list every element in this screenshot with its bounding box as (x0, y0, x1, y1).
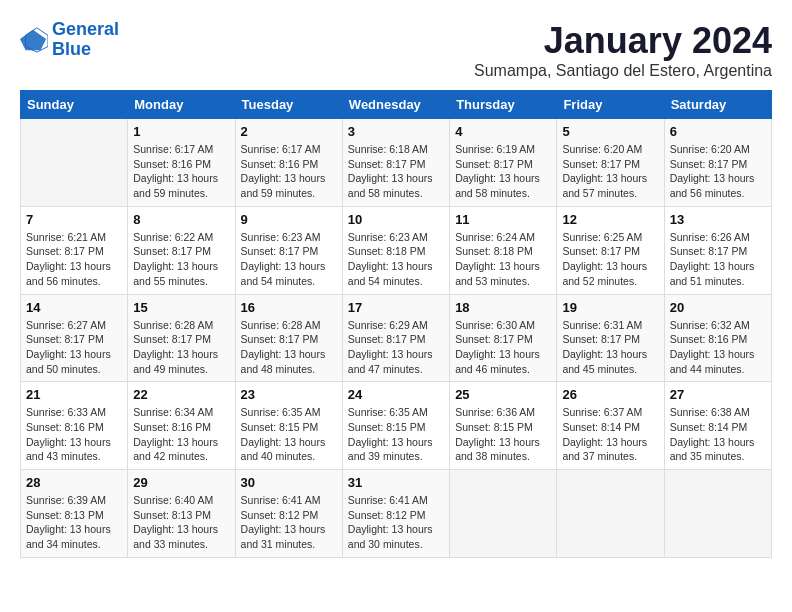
calendar-week-row: 7Sunrise: 6:21 AMSunset: 8:17 PMDaylight… (21, 206, 772, 294)
day-info: Sunrise: 6:17 AMSunset: 8:16 PMDaylight:… (133, 142, 229, 201)
calendar-cell: 22Sunrise: 6:34 AMSunset: 8:16 PMDayligh… (128, 382, 235, 470)
weekday-header: Thursday (450, 91, 557, 119)
day-number: 22 (133, 387, 229, 402)
calendar-table: SundayMondayTuesdayWednesdayThursdayFrid… (20, 90, 772, 558)
weekday-header: Tuesday (235, 91, 342, 119)
day-info: Sunrise: 6:28 AMSunset: 8:17 PMDaylight:… (241, 318, 337, 377)
svg-marker-0 (20, 30, 46, 51)
calendar-cell: 6Sunrise: 6:20 AMSunset: 8:17 PMDaylight… (664, 119, 771, 207)
calendar-cell (450, 470, 557, 558)
logo-line2: Blue (52, 39, 91, 59)
day-number: 10 (348, 212, 444, 227)
calendar-cell: 10Sunrise: 6:23 AMSunset: 8:18 PMDayligh… (342, 206, 449, 294)
calendar-week-row: 21Sunrise: 6:33 AMSunset: 8:16 PMDayligh… (21, 382, 772, 470)
day-info: Sunrise: 6:28 AMSunset: 8:17 PMDaylight:… (133, 318, 229, 377)
day-info: Sunrise: 6:41 AMSunset: 8:12 PMDaylight:… (241, 493, 337, 552)
day-number: 20 (670, 300, 766, 315)
day-info: Sunrise: 6:35 AMSunset: 8:15 PMDaylight:… (348, 405, 444, 464)
calendar-cell: 31Sunrise: 6:41 AMSunset: 8:12 PMDayligh… (342, 470, 449, 558)
day-number: 11 (455, 212, 551, 227)
day-info: Sunrise: 6:37 AMSunset: 8:14 PMDaylight:… (562, 405, 658, 464)
calendar-cell: 26Sunrise: 6:37 AMSunset: 8:14 PMDayligh… (557, 382, 664, 470)
title-area: January 2024 Sumampa, Santiago del Ester… (474, 20, 772, 80)
day-number: 1 (133, 124, 229, 139)
day-number: 23 (241, 387, 337, 402)
day-number: 19 (562, 300, 658, 315)
calendar-cell: 23Sunrise: 6:35 AMSunset: 8:15 PMDayligh… (235, 382, 342, 470)
calendar-cell: 4Sunrise: 6:19 AMSunset: 8:17 PMDaylight… (450, 119, 557, 207)
day-info: Sunrise: 6:17 AMSunset: 8:16 PMDaylight:… (241, 142, 337, 201)
day-number: 18 (455, 300, 551, 315)
calendar-week-row: 1Sunrise: 6:17 AMSunset: 8:16 PMDaylight… (21, 119, 772, 207)
calendar-cell (557, 470, 664, 558)
weekday-header-row: SundayMondayTuesdayWednesdayThursdayFrid… (21, 91, 772, 119)
day-number: 31 (348, 475, 444, 490)
day-number: 29 (133, 475, 229, 490)
day-number: 4 (455, 124, 551, 139)
day-number: 9 (241, 212, 337, 227)
calendar-cell (21, 119, 128, 207)
calendar-cell: 17Sunrise: 6:29 AMSunset: 8:17 PMDayligh… (342, 294, 449, 382)
day-info: Sunrise: 6:29 AMSunset: 8:17 PMDaylight:… (348, 318, 444, 377)
logo-icon (20, 26, 48, 54)
day-info: Sunrise: 6:24 AMSunset: 8:18 PMDaylight:… (455, 230, 551, 289)
day-number: 15 (133, 300, 229, 315)
calendar-cell: 30Sunrise: 6:41 AMSunset: 8:12 PMDayligh… (235, 470, 342, 558)
day-info: Sunrise: 6:36 AMSunset: 8:15 PMDaylight:… (455, 405, 551, 464)
calendar-cell: 27Sunrise: 6:38 AMSunset: 8:14 PMDayligh… (664, 382, 771, 470)
calendar-week-row: 14Sunrise: 6:27 AMSunset: 8:17 PMDayligh… (21, 294, 772, 382)
calendar-cell: 18Sunrise: 6:30 AMSunset: 8:17 PMDayligh… (450, 294, 557, 382)
calendar-cell: 29Sunrise: 6:40 AMSunset: 8:13 PMDayligh… (128, 470, 235, 558)
weekday-header: Sunday (21, 91, 128, 119)
weekday-header: Saturday (664, 91, 771, 119)
day-info: Sunrise: 6:23 AMSunset: 8:18 PMDaylight:… (348, 230, 444, 289)
day-info: Sunrise: 6:34 AMSunset: 8:16 PMDaylight:… (133, 405, 229, 464)
calendar-cell: 8Sunrise: 6:22 AMSunset: 8:17 PMDaylight… (128, 206, 235, 294)
calendar-cell: 14Sunrise: 6:27 AMSunset: 8:17 PMDayligh… (21, 294, 128, 382)
calendar-cell: 3Sunrise: 6:18 AMSunset: 8:17 PMDaylight… (342, 119, 449, 207)
day-info: Sunrise: 6:38 AMSunset: 8:14 PMDaylight:… (670, 405, 766, 464)
page-subtitle: Sumampa, Santiago del Estero, Argentina (474, 62, 772, 80)
day-info: Sunrise: 6:21 AMSunset: 8:17 PMDaylight:… (26, 230, 122, 289)
day-number: 2 (241, 124, 337, 139)
day-number: 27 (670, 387, 766, 402)
day-info: Sunrise: 6:31 AMSunset: 8:17 PMDaylight:… (562, 318, 658, 377)
calendar-cell: 20Sunrise: 6:32 AMSunset: 8:16 PMDayligh… (664, 294, 771, 382)
day-info: Sunrise: 6:39 AMSunset: 8:13 PMDaylight:… (26, 493, 122, 552)
day-info: Sunrise: 6:41 AMSunset: 8:12 PMDaylight:… (348, 493, 444, 552)
day-number: 5 (562, 124, 658, 139)
calendar-cell: 21Sunrise: 6:33 AMSunset: 8:16 PMDayligh… (21, 382, 128, 470)
weekday-header: Friday (557, 91, 664, 119)
day-info: Sunrise: 6:32 AMSunset: 8:16 PMDaylight:… (670, 318, 766, 377)
logo-line1: General (52, 19, 119, 39)
day-info: Sunrise: 6:40 AMSunset: 8:13 PMDaylight:… (133, 493, 229, 552)
day-number: 17 (348, 300, 444, 315)
day-number: 6 (670, 124, 766, 139)
day-info: Sunrise: 6:26 AMSunset: 8:17 PMDaylight:… (670, 230, 766, 289)
page-title: January 2024 (474, 20, 772, 62)
logo: General Blue (20, 20, 119, 60)
calendar-cell: 19Sunrise: 6:31 AMSunset: 8:17 PMDayligh… (557, 294, 664, 382)
day-info: Sunrise: 6:27 AMSunset: 8:17 PMDaylight:… (26, 318, 122, 377)
day-number: 14 (26, 300, 122, 315)
day-info: Sunrise: 6:30 AMSunset: 8:17 PMDaylight:… (455, 318, 551, 377)
calendar-cell: 12Sunrise: 6:25 AMSunset: 8:17 PMDayligh… (557, 206, 664, 294)
weekday-header: Monday (128, 91, 235, 119)
day-number: 12 (562, 212, 658, 227)
calendar-cell: 2Sunrise: 6:17 AMSunset: 8:16 PMDaylight… (235, 119, 342, 207)
day-number: 25 (455, 387, 551, 402)
day-number: 28 (26, 475, 122, 490)
day-number: 13 (670, 212, 766, 227)
day-info: Sunrise: 6:20 AMSunset: 8:17 PMDaylight:… (562, 142, 658, 201)
calendar-cell: 7Sunrise: 6:21 AMSunset: 8:17 PMDaylight… (21, 206, 128, 294)
day-number: 26 (562, 387, 658, 402)
weekday-header: Wednesday (342, 91, 449, 119)
day-number: 8 (133, 212, 229, 227)
calendar-cell: 16Sunrise: 6:28 AMSunset: 8:17 PMDayligh… (235, 294, 342, 382)
header: General Blue January 2024 Sumampa, Santi… (20, 20, 772, 80)
day-info: Sunrise: 6:20 AMSunset: 8:17 PMDaylight:… (670, 142, 766, 201)
calendar-cell: 25Sunrise: 6:36 AMSunset: 8:15 PMDayligh… (450, 382, 557, 470)
calendar-cell: 13Sunrise: 6:26 AMSunset: 8:17 PMDayligh… (664, 206, 771, 294)
day-info: Sunrise: 6:35 AMSunset: 8:15 PMDaylight:… (241, 405, 337, 464)
day-number: 7 (26, 212, 122, 227)
